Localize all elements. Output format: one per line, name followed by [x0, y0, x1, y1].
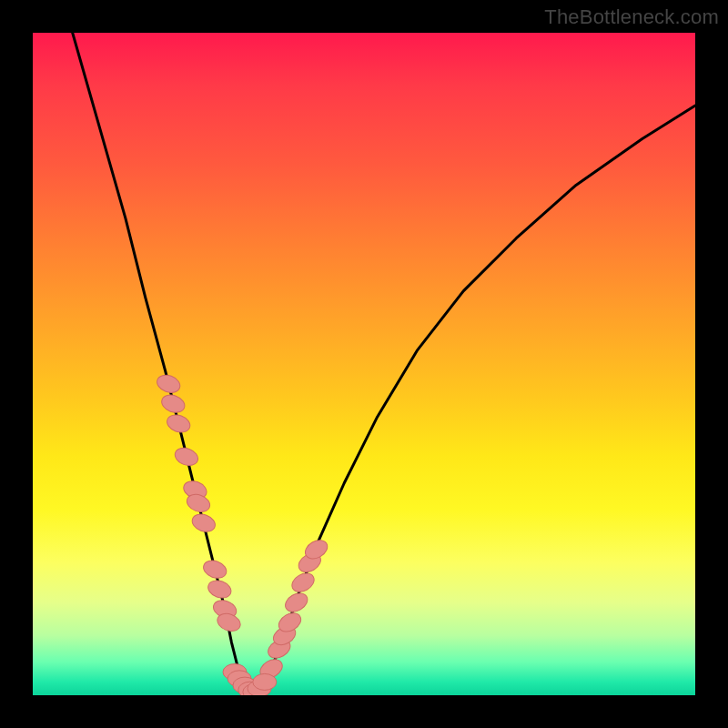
svg-point-0: [155, 372, 183, 396]
markers-left-branch: [155, 372, 243, 634]
svg-point-8: [206, 578, 234, 602]
svg-point-7: [201, 558, 229, 581]
bottleneck-curve: [73, 33, 695, 695]
chart-frame: TheBottleneck.com: [0, 0, 728, 728]
markers-right-branch: [257, 537, 330, 682]
svg-point-15: [282, 590, 311, 616]
svg-point-6: [190, 511, 218, 535]
svg-point-2: [165, 412, 193, 436]
svg-point-16: [288, 570, 318, 596]
svg-point-1: [159, 392, 187, 416]
svg-point-25: [253, 673, 277, 690]
curve-layer: [33, 33, 695, 695]
attribution-text: TheBottleneck.com: [544, 5, 719, 29]
plot-area: [33, 33, 695, 695]
svg-point-3: [173, 445, 201, 469]
